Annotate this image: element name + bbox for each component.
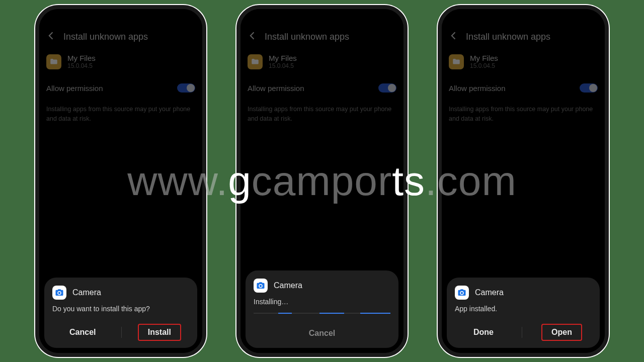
- source-app-row: My Files 15.0.04.5: [442, 51, 605, 76]
- source-app-version: 15.0.04.5: [470, 62, 498, 69]
- install-sheet: Camera Installing… Cancel: [246, 270, 398, 348]
- back-icon[interactable]: [46, 31, 56, 43]
- source-app-row: My Files 15.0.04.5: [39, 51, 202, 76]
- sheet-message: App installed.: [455, 305, 592, 313]
- settings-header: Install unknown apps: [240, 27, 404, 51]
- source-app-version: 15.0.04.5: [269, 62, 297, 69]
- phone-notch: [292, 12, 352, 24]
- folder-icon: [46, 54, 61, 69]
- permission-row[interactable]: Allow permission: [240, 76, 404, 100]
- sheet-app-name: Camera: [72, 288, 101, 297]
- phone-mock-3: Install unknown apps My Files 15.0.04.5 …: [438, 5, 609, 357]
- permission-description: Installing apps from this source may put…: [240, 100, 404, 129]
- permission-row[interactable]: Allow permission: [39, 76, 202, 100]
- permission-toggle[interactable]: [177, 83, 195, 93]
- settings-header: Install unknown apps: [39, 27, 202, 51]
- permission-description: Installing apps from this source may put…: [442, 100, 605, 129]
- source-app-row: My Files 15.0.04.5: [240, 51, 404, 76]
- button-divider: [522, 327, 522, 338]
- install-sheet: Camera Do you want to install this app? …: [44, 278, 197, 348]
- back-icon[interactable]: [248, 31, 258, 43]
- source-app-name: My Files: [67, 54, 96, 62]
- sheet-message: Do you want to install this app?: [52, 305, 189, 313]
- camera-icon: [52, 286, 66, 300]
- settings-header: Install unknown apps: [442, 27, 605, 51]
- source-app-version: 15.0.04.5: [67, 62, 96, 69]
- camera-icon: [455, 286, 469, 300]
- phone-mock-1: Install unknown apps My Files 15.0.04.5 …: [35, 5, 206, 357]
- header-title: Install unknown apps: [265, 32, 349, 42]
- button-divider: [121, 327, 122, 338]
- sheet-app-name: Camera: [274, 281, 302, 290]
- phone-notch: [493, 12, 553, 24]
- install-button[interactable]: Install: [138, 324, 181, 341]
- install-sheet: Camera App installed. Done Open: [447, 278, 600, 348]
- open-button[interactable]: Open: [541, 324, 582, 341]
- folder-icon: [248, 54, 263, 69]
- cancel-button[interactable]: Cancel: [300, 326, 344, 341]
- phone-notch: [91, 12, 151, 24]
- folder-icon: [449, 54, 464, 69]
- sheet-app-name: Camera: [475, 288, 504, 297]
- permission-label: Allow permission: [449, 84, 506, 93]
- header-title: Install unknown apps: [63, 32, 148, 42]
- cancel-button[interactable]: Cancel: [60, 325, 105, 340]
- permission-label: Allow permission: [248, 84, 304, 93]
- header-title: Install unknown apps: [466, 32, 550, 42]
- permission-toggle[interactable]: [378, 83, 396, 93]
- done-button[interactable]: Done: [464, 325, 503, 340]
- permission-label: Allow permission: [46, 84, 103, 93]
- sheet-message: Installing…: [254, 298, 390, 306]
- camera-icon: [254, 279, 268, 293]
- phone-mock-2: Install unknown apps My Files 15.0.04.5 …: [236, 5, 408, 357]
- source-app-name: My Files: [470, 54, 498, 62]
- permission-toggle[interactable]: [580, 83, 598, 93]
- source-app-name: My Files: [269, 54, 297, 62]
- permission-row[interactable]: Allow permission: [442, 76, 605, 100]
- permission-description: Installing apps from this source may put…: [39, 100, 202, 129]
- install-progress-bar: [254, 313, 390, 314]
- back-icon[interactable]: [449, 31, 459, 43]
